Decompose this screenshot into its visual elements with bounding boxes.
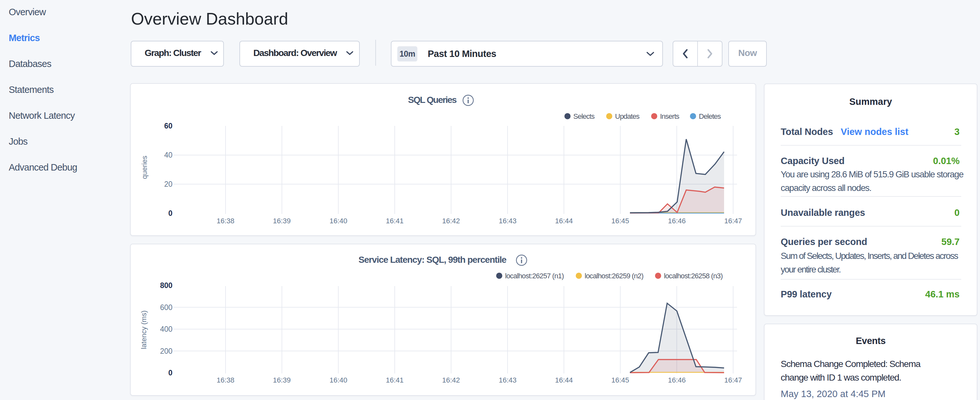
svg-text:16:39: 16:39: [273, 217, 291, 225]
svg-text:latency (ms): latency (ms): [140, 310, 148, 349]
svg-text:16:47: 16:47: [724, 217, 742, 225]
svg-text:0: 0: [168, 209, 172, 217]
svg-text:localhost:26258 (n3): localhost:26258 (n3): [664, 272, 722, 280]
svg-text:Selects: Selects: [573, 112, 595, 120]
svg-text:16:38: 16:38: [216, 376, 234, 384]
svg-text:16:45: 16:45: [611, 376, 629, 384]
svg-text:Inserts: Inserts: [660, 112, 679, 120]
svg-text:60: 60: [164, 122, 172, 130]
svg-text:16:46: 16:46: [668, 217, 686, 225]
svg-text:400: 400: [160, 325, 172, 333]
svg-text:16:44: 16:44: [555, 217, 573, 225]
svg-text:16:42: 16:42: [442, 217, 460, 225]
svg-text:600: 600: [160, 303, 172, 312]
svg-text:16:42: 16:42: [442, 376, 460, 384]
svg-text:16:41: 16:41: [386, 217, 404, 225]
svg-text:20: 20: [164, 180, 172, 188]
svg-text:0: 0: [168, 369, 172, 377]
svg-text:Deletes: Deletes: [699, 112, 721, 120]
svg-text:16:44: 16:44: [555, 376, 573, 384]
svg-text:16:39: 16:39: [273, 376, 291, 384]
svg-text:16:38: 16:38: [216, 217, 234, 225]
svg-text:16:45: 16:45: [611, 217, 629, 225]
svg-text:16:47: 16:47: [724, 376, 742, 384]
svg-text:queries: queries: [140, 156, 148, 179]
svg-text:localhost:26259 (n2): localhost:26259 (n2): [585, 272, 643, 280]
svg-text:16:43: 16:43: [499, 376, 516, 384]
svg-text:16:40: 16:40: [329, 217, 347, 225]
svg-text:Updates: Updates: [615, 112, 640, 120]
svg-text:16:43: 16:43: [499, 217, 516, 225]
svg-text:200: 200: [160, 347, 172, 355]
svg-text:800: 800: [160, 281, 172, 290]
svg-text:16:41: 16:41: [386, 376, 404, 384]
svg-text:16:46: 16:46: [668, 376, 686, 384]
svg-text:16:40: 16:40: [329, 376, 347, 384]
svg-text:40: 40: [164, 151, 172, 159]
svg-text:localhost:26257 (n1): localhost:26257 (n1): [505, 272, 563, 280]
